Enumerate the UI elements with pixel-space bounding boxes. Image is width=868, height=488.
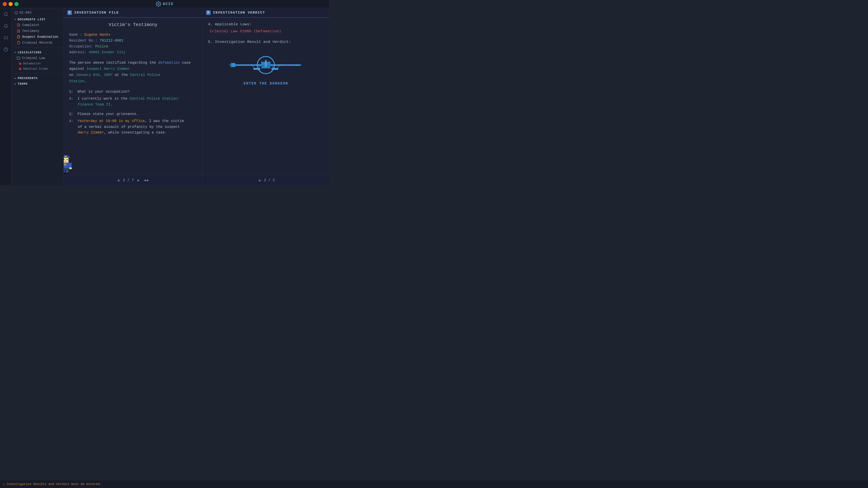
svg-rect-42: [230, 64, 232, 66]
case-id-icon: [14, 11, 18, 15]
sidebar-item-suspect-examination[interactable]: Suspect Examination: [12, 34, 64, 40]
terms-arrow: ▶: [14, 82, 16, 86]
complaint-icon: [17, 23, 20, 27]
svg-rect-25: [67, 159, 68, 160]
precedents-section-header[interactable]: ▶ Precedents: [12, 75, 64, 81]
icon-strip: [0, 8, 12, 185]
help-icon-button[interactable]: [2, 45, 10, 54]
dungeon-widget[interactable]: ENTER THE DUNGEON: [208, 51, 324, 86]
svg-rect-56: [265, 64, 267, 67]
qa-q2: Q: Please state your grievance.: [69, 111, 197, 117]
qa-q1: Q: What is your occupation?: [69, 89, 197, 95]
criminal-records-label: Criminal Records: [22, 41, 53, 44]
verdict-section-4: 4. Applicable Laws: Criminal Law #1000 (…: [208, 22, 324, 33]
inv-verdict-title: Investigation Verdict: [213, 11, 265, 15]
q2-label: Q:: [69, 112, 73, 116]
section4-label: 4. Applicable Laws:: [208, 22, 324, 26]
address-num: 48001: [89, 51, 99, 55]
inv-file-content: Victim's Testimony Name : Eugene Hanks R…: [64, 18, 202, 175]
case-id-text: 02-002: [20, 11, 32, 15]
investigation-file-panel: D Investigation File Victim's Testimony …: [64, 8, 203, 185]
verdict-section-5: 5. Investigation Result and Verdict:: [208, 40, 324, 44]
a1-end: .: [110, 103, 113, 107]
verdict-page-text: 2 / 2: [264, 178, 275, 182]
question-icon: [4, 47, 8, 52]
precedents-arrow: ▶: [14, 76, 16, 80]
field-occupation: Occupation: Police: [69, 44, 197, 48]
sliders-icon-button[interactable]: [2, 33, 10, 42]
legislations-label: Legislations: [18, 51, 41, 54]
qa-a2: A: Yesterday at 18:00 in my office, I wa…: [69, 119, 197, 136]
character-sprite: [64, 154, 73, 176]
precedents-label: Precedents: [18, 76, 37, 80]
minimize-button[interactable]: [8, 2, 13, 6]
case-id: 02-002: [12, 10, 64, 17]
terms-section-header[interactable]: ▶ Terms: [12, 81, 64, 87]
defamation-link: defamation: [158, 61, 180, 65]
bell-icon-button[interactable]: [2, 22, 10, 30]
sidebar-item-complaint[interactable]: Complaint: [12, 22, 64, 28]
q1-label: Q:: [69, 90, 73, 94]
a2-time: Yesterday at 18:00 in my office: [78, 119, 145, 123]
svg-rect-36: [69, 163, 72, 168]
inv-verdict-content: 4. Applicable Laws: Criminal Law #1000 (…: [203, 18, 329, 175]
svg-rect-32: [66, 169, 68, 173]
content-area: D Investigation File Victim's Testimony …: [64, 8, 329, 185]
field-address: Address: 48001 Condor City: [69, 51, 197, 55]
name-value: Eugene Hanks: [84, 33, 110, 37]
documents-section-header[interactable]: ▼ Documents List: [12, 17, 64, 22]
svg-rect-60: [270, 62, 270, 63]
svg-rect-22: [64, 156, 67, 157]
app-logo: KCIS: [156, 1, 174, 7]
file-last-button[interactable]: ▶▶: [143, 177, 150, 183]
svg-rect-33: [64, 173, 65, 174]
file-document-title: Victim's Testimony: [69, 22, 197, 27]
field-resident: Resident No.: 791212-0001: [69, 39, 197, 43]
a2-end: , while investigating a case.: [104, 131, 167, 135]
legislations-section-header[interactable]: ▼ Legislations: [12, 50, 64, 55]
search-icon-button[interactable]: [2, 10, 10, 19]
maximize-button[interactable]: [14, 2, 19, 6]
file-prev-first-button[interactable]: ◀: [116, 177, 121, 183]
svg-rect-31: [64, 169, 65, 173]
svg-rect-38: [69, 167, 72, 169]
sidebar-item-criminal-records[interactable]: Criminal Records: [12, 40, 64, 46]
sidebar-item-criminal-law[interactable]: Criminal Law: [12, 55, 64, 61]
close-button[interactable]: [3, 2, 7, 6]
svg-rect-57: [233, 64, 234, 64]
verdict-prev-button[interactable]: ◀: [257, 177, 262, 183]
sidebar-item-testimony[interactable]: Testimony: [12, 28, 64, 34]
inv-verdict-footer: ◀ 2 / 2: [203, 175, 329, 185]
name-label: Name :: [69, 33, 82, 37]
habitual-crime-dot: [19, 68, 21, 70]
inv-verdict-icon: D: [206, 10, 211, 15]
file-page-text: 2 / 7: [123, 178, 134, 182]
applicable-law: Criminal Law #1000 (Defamation): [210, 29, 324, 33]
file-body-text: The person above testified regarding the…: [69, 60, 197, 85]
file-next-button[interactable]: ▶: [136, 177, 141, 183]
a2-label: A:: [69, 119, 73, 123]
legislations-arrow: ▼: [14, 51, 16, 54]
defamation-dot: [19, 63, 21, 65]
documents-label: Documents List: [18, 18, 45, 21]
police-character: [64, 154, 73, 175]
main-layout: 02-002 ▼ Documents List Complaint Testim…: [0, 8, 329, 185]
sidebar-item-defamation[interactable]: Defamation: [12, 61, 64, 66]
svg-rect-23: [64, 158, 68, 163]
address-label: Address:: [69, 51, 87, 55]
inv-file-header: D Investigation File: [64, 8, 202, 18]
investigation-verdict-panel: D Investigation Verdict 4. Applicable La…: [203, 8, 329, 185]
sidebar: 02-002 ▼ Documents List Complaint Testim…: [12, 8, 64, 185]
svg-rect-59: [261, 62, 262, 63]
svg-point-0: [158, 3, 159, 5]
divider2: [12, 73, 64, 73]
defamation-label: Defamation: [23, 62, 41, 65]
a1-label: A:: [69, 97, 73, 101]
documents-arrow: ▼: [14, 18, 16, 21]
app-title: KCIS: [163, 2, 174, 6]
inv-file-footer: ◀ 2 / 7 ▶ ▶▶: [64, 175, 202, 185]
window-controls[interactable]: [3, 2, 19, 6]
a1-text: I currently work in the: [78, 97, 129, 101]
gear-icon: [156, 1, 161, 7]
sidebar-item-habitual-crime[interactable]: Habitual Crime: [12, 66, 64, 71]
